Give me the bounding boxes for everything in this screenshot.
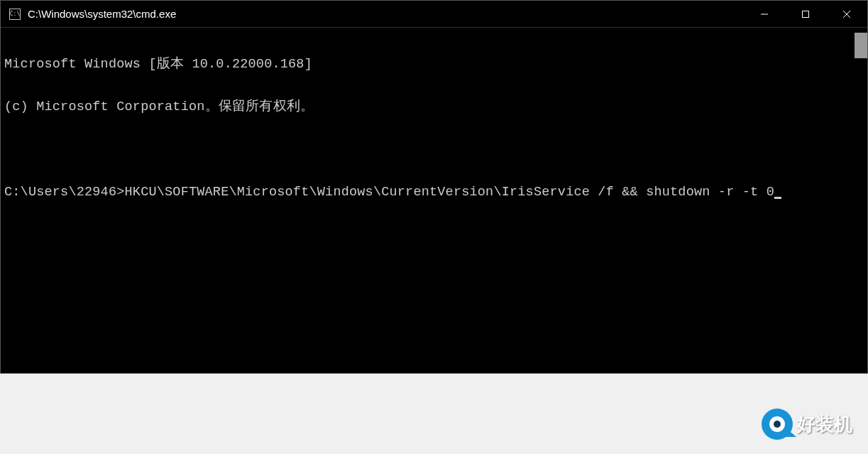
maximize-icon <box>801 10 810 18</box>
terminal-area[interactable]: Microsoft Windows [版本 10.0.22000.168] (c… <box>1 28 867 373</box>
cmd-window: C:\ C:\Windows\system32\cmd.exe Microsof… <box>0 0 868 374</box>
command-text: HKCU\SOFTWARE\Microsoft\Windows\CurrentV… <box>125 185 774 200</box>
watermark-logo-icon <box>762 409 793 440</box>
terminal-content: Microsoft Windows [版本 10.0.22000.168] (c… <box>1 28 867 229</box>
prompt-text: C:\Users\22946> <box>4 185 125 200</box>
watermark-text: 好装机 <box>797 412 852 437</box>
scrollbar-thumb[interactable] <box>855 33 867 58</box>
svg-rect-1 <box>803 11 809 17</box>
terminal-line-version: Microsoft Windows [版本 10.0.22000.168] <box>4 58 864 72</box>
terminal-line-command: C:\Users\22946>HKCU\SOFTWARE\Microsoft\W… <box>4 185 864 200</box>
terminal-line-blank <box>4 143 864 157</box>
close-button[interactable] <box>826 1 867 27</box>
cursor <box>774 197 781 199</box>
terminal-line-copyright: (c) Microsoft Corporation。保留所有权利。 <box>4 100 864 114</box>
minimize-button[interactable] <box>744 1 785 27</box>
minimize-icon <box>760 10 769 18</box>
titlebar[interactable]: C:\ C:\Windows\system32\cmd.exe <box>1 1 867 28</box>
close-icon <box>842 10 851 18</box>
watermark: 好装机 <box>762 409 852 440</box>
titlebar-path: C:\Windows\system32\cmd.exe <box>28 8 744 20</box>
maximize-button[interactable] <box>785 1 826 27</box>
cmd-icon: C:\ <box>9 9 21 20</box>
window-controls <box>744 1 867 27</box>
